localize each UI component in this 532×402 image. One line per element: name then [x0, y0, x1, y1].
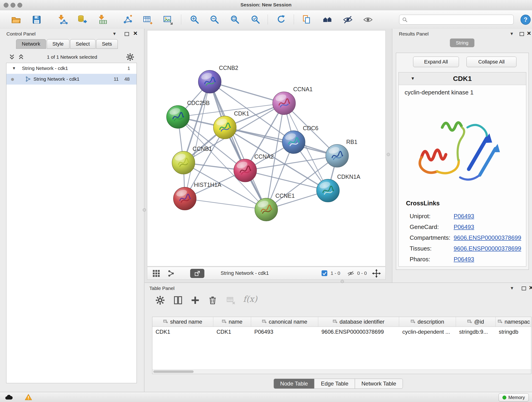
import-network-file-button[interactable]: [57, 14, 69, 26]
horizontal-scrollbar[interactable]: [152, 370, 531, 374]
table-cell[interactable]: CDK1: [152, 327, 213, 337]
column-header-canonical-name[interactable]: canonical name: [251, 317, 318, 327]
search-input[interactable]: [409, 17, 511, 22]
crosslink-link[interactable]: 9606.ENSP00000378699: [454, 245, 521, 252]
table-cell[interactable]: stringdb: [496, 327, 531, 337]
tab-style[interactable]: Style: [47, 39, 70, 49]
network-edge[interactable]: [225, 128, 337, 156]
disclosure-triangle-icon[interactable]: ▾: [13, 65, 15, 71]
function-builder-button[interactable]: f(x): [243, 294, 257, 304]
column-header--id[interactable]: @id: [456, 317, 496, 327]
tab-select[interactable]: Select: [70, 39, 95, 49]
search-box[interactable]: [399, 15, 514, 25]
strikethrough-eye-button[interactable]: [342, 14, 354, 26]
double-home-button[interactable]: [322, 14, 334, 26]
expand-all-button[interactable]: Expand All: [413, 57, 459, 67]
network-row-selected[interactable]: String Network - cdk1 11 48: [6, 74, 137, 85]
network-canvas[interactable]: CCNB2CCNA1CDC25BCDK1CDC6RB1CCNB1CCNA2CDK…: [147, 31, 385, 266]
float-panel-icon[interactable]: ▾: [511, 286, 513, 291]
float-panel-icon[interactable]: ▾: [510, 31, 513, 36]
vertical-splitter-handle[interactable]: [143, 208, 146, 211]
crosslink-link[interactable]: 9606.ENSP00000378699: [454, 234, 521, 241]
eye-button[interactable]: [362, 14, 374, 26]
scrollbar-thumb[interactable]: [153, 370, 194, 373]
warning-button[interactable]: [23, 393, 34, 401]
maximize-panel-icon[interactable]: [520, 32, 524, 36]
table-cell[interactable]: stringdb:9...: [456, 327, 496, 337]
results-splitter-handle[interactable]: [387, 153, 390, 156]
table-cell[interactable]: 9606.ENSP00000378699: [318, 327, 399, 337]
new-network-button[interactable]: [122, 14, 134, 26]
copy-pages-button[interactable]: [301, 14, 313, 26]
hidden-eye-slash-icon[interactable]: [347, 270, 355, 277]
delete-table-button-disabled[interactable]: [226, 295, 236, 305]
network-node-ccna1[interactable]: CCNA1: [273, 86, 312, 115]
network-canvas-area[interactable]: CCNB2CCNA1CDC25BCDK1CDC6RB1CCNB1CCNA2CDK…: [147, 30, 386, 266]
network-edge[interactable]: [185, 82, 210, 199]
crosslinks-heading: CrossLinks: [406, 200, 440, 207]
tab-network[interactable]: Network: [16, 39, 46, 49]
close-panel-icon[interactable]: ×: [527, 30, 531, 37]
save-session-button[interactable]: [31, 14, 43, 26]
column-header-namespac[interactable]: namespac: [496, 317, 531, 327]
float-panel-icon[interactable]: ▾: [113, 31, 116, 36]
network-overview-icon[interactable]: [167, 269, 175, 277]
column-header-description[interactable]: description: [399, 317, 456, 327]
selected-checkbox-icon[interactable]: [321, 270, 328, 277]
network-options-gear-icon[interactable]: [126, 53, 134, 62]
column-header-database-identifier[interactable]: database identifier: [318, 317, 399, 327]
gene-card-header[interactable]: ▾ CDK1: [399, 72, 526, 85]
zoom-fit-button[interactable]: [229, 14, 241, 26]
pan-crosshair-icon[interactable]: [372, 269, 381, 278]
title-bar[interactable]: Session: New Session: [0, 0, 532, 11]
application-window: Session: New Session: [0, 0, 532, 402]
tab-string[interactable]: String: [450, 38, 475, 47]
network-collection-row[interactable]: ▾ String Network - cdk1 1: [6, 63, 137, 74]
memory-button[interactable]: Memory: [499, 393, 529, 402]
close-panel-icon[interactable]: ×: [133, 30, 138, 37]
cloud-button[interactable]: [3, 393, 14, 401]
column-header-name[interactable]: name: [213, 317, 251, 327]
apply-layout-button[interactable]: [275, 14, 287, 26]
table-cell[interactable]: cyclin-dependent ...: [399, 327, 456, 337]
tab-sets[interactable]: Sets: [96, 39, 118, 49]
crosslink-link[interactable]: P06493: [454, 256, 474, 263]
zoom-in-button[interactable]: [189, 14, 201, 26]
network-node-cdk1[interactable]: CDK1: [213, 110, 249, 139]
crosslink-link[interactable]: P06493: [454, 223, 474, 230]
crosslink-link[interactable]: P06493: [454, 213, 474, 220]
table-row[interactable]: CDK1CDK1P064939606.ENSP00000378699cyclin…: [152, 327, 531, 337]
zoom-selected-button[interactable]: [250, 14, 262, 26]
network-node-hist1h1a[interactable]: HIST1H1A: [173, 182, 221, 210]
table-cell[interactable]: CDK1: [213, 327, 251, 337]
zoom-out-button[interactable]: [209, 14, 221, 26]
table-cell[interactable]: P06493: [251, 327, 318, 337]
export-image-button[interactable]: [162, 14, 174, 26]
select-columns-button[interactable]: [173, 295, 183, 305]
network-node-rb1[interactable]: RB1: [326, 139, 357, 167]
column-header-shared-name[interactable]: shared name: [152, 317, 213, 327]
table-options-gear-button[interactable]: [155, 295, 165, 305]
new-table-button[interactable]: [142, 14, 154, 26]
network-node-ccnb2[interactable]: CCNB2: [198, 65, 238, 93]
import-table-file-button[interactable]: [97, 14, 109, 26]
birdseye-grid-icon[interactable]: [152, 269, 160, 277]
tab-node-table[interactable]: Node Table: [273, 379, 315, 389]
tab-edge-table[interactable]: Edge Table: [314, 379, 355, 389]
network-node-cdkn1a[interactable]: CDKN1A: [317, 173, 360, 202]
network-edge[interactable]: [210, 82, 266, 210]
maximize-panel-icon[interactable]: [125, 32, 129, 36]
open-in-window-button[interactable]: [190, 269, 204, 278]
open-session-button[interactable]: [10, 14, 22, 26]
tab-network-table[interactable]: Network Table: [355, 379, 403, 389]
close-panel-icon[interactable]: ×: [529, 284, 532, 291]
network-node-ccnb1[interactable]: CCNB1: [172, 146, 212, 174]
delete-column-button[interactable]: [208, 295, 218, 305]
maximize-panel-icon[interactable]: [522, 287, 526, 290]
horizontal-splitter-handle[interactable]: [341, 280, 344, 283]
collapse-all-button[interactable]: Collapse All: [467, 57, 516, 67]
network-edge[interactable]: [185, 199, 266, 210]
add-column-button[interactable]: [190, 295, 200, 305]
help-button[interactable]: ?: [520, 14, 532, 26]
import-network-database-button[interactable]: [76, 14, 89, 26]
